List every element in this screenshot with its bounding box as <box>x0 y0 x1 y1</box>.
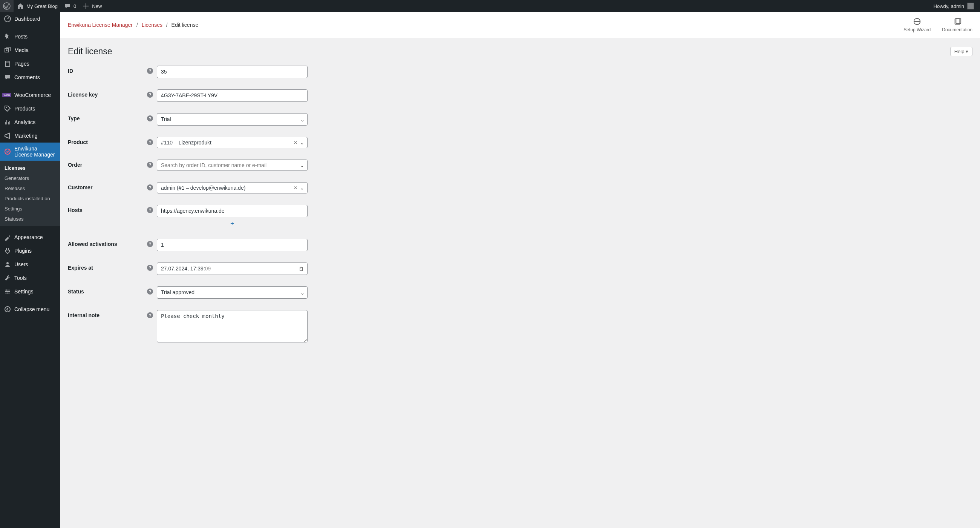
help-icon[interactable]: ? <box>147 241 153 247</box>
add-host-button[interactable]: ＋ <box>229 220 235 226</box>
sidebar-item-products[interactable]: Products <box>0 102 60 115</box>
help-tab-button[interactable]: Help ▾ <box>950 47 972 56</box>
sidebar-item-analytics[interactable]: Analytics <box>0 115 60 129</box>
sidebar-label: Products <box>14 105 35 112</box>
label-hosts: Hosts <box>68 205 147 213</box>
sidebar-item-comments[interactable]: Comments <box>0 70 60 84</box>
label-product: Product <box>68 137 147 145</box>
documentation-label: Documentation <box>942 27 972 32</box>
host-input[interactable] <box>157 205 307 217</box>
wordpress-logo-icon[interactable] <box>0 0 14 12</box>
label-customer: Customer <box>68 182 147 190</box>
documentation-link[interactable]: Documentation <box>942 18 972 32</box>
tools-icon <box>4 274 11 282</box>
setup-wizard-link[interactable]: Setup Wizard <box>904 18 931 32</box>
sidebar-item-pages[interactable]: Pages <box>0 57 60 70</box>
sidebar-item-woocommerce[interactable]: woo WooCommerce <box>0 88 60 102</box>
edit-license-form: ID ? License key ? Type ? <box>68 65 445 344</box>
sidebar-label: Comments <box>14 74 40 80</box>
sidebar-label: Enwikuna License Manager <box>14 145 57 158</box>
help-icon[interactable]: ? <box>147 139 153 145</box>
page-title: Edit license <box>68 46 112 57</box>
label-allowed-activations: Allowed activations <box>68 239 147 247</box>
clear-icon[interactable]: ✕ <box>294 140 298 145</box>
users-icon <box>4 261 11 268</box>
sidebar-label: Tools <box>14 275 27 281</box>
collapse-icon <box>4 305 11 313</box>
sidebar-item-media[interactable]: Media <box>0 43 60 57</box>
svg-point-8 <box>7 293 8 294</box>
woocommerce-icon: woo <box>4 91 11 99</box>
id-input[interactable] <box>157 65 307 78</box>
media-icon <box>4 46 11 54</box>
breadcrumb-link-licenses[interactable]: Licenses <box>142 22 162 28</box>
help-icon[interactable]: ? <box>147 265 153 271</box>
sidebar-item-dashboard[interactable]: Dashboard <box>0 12 60 26</box>
help-icon[interactable]: ? <box>147 162 153 168</box>
submenu-item-products-installed-on[interactable]: Products installed on <box>0 193 60 204</box>
help-icon[interactable]: ? <box>147 92 153 98</box>
account-link[interactable]: Howdy, admin <box>931 0 977 12</box>
license-key-input[interactable] <box>157 89 307 102</box>
breadcrumb: Enwikuna License Manager / Licenses / Ed… <box>68 22 198 28</box>
sidebar-label: WooCommerce <box>14 92 51 98</box>
comment-icon <box>64 2 71 10</box>
status-select[interactable]: Trial approved <box>157 286 307 299</box>
svg-point-7 <box>8 291 10 292</box>
help-icon[interactable]: ? <box>147 312 153 318</box>
svg-point-2 <box>6 49 8 51</box>
submenu-item-releases[interactable]: Releases <box>0 183 60 193</box>
help-icon[interactable]: ? <box>147 115 153 121</box>
internal-note-textarea[interactable]: Please check monthly <box>157 310 307 343</box>
sidebar-item-users[interactable]: Users <box>0 258 60 271</box>
help-icon[interactable]: ? <box>147 289 153 295</box>
submenu-item-settings[interactable]: Settings <box>0 204 60 214</box>
customer-selected-value: admin (#1 – develop@enwikuna.de) <box>161 185 245 191</box>
avatar <box>967 3 974 10</box>
type-select[interactable]: Trial <box>157 113 307 126</box>
sidebar-label: Marketing <box>14 133 37 139</box>
submenu-item-licenses[interactable]: Licenses <box>0 163 60 173</box>
order-select[interactable]: Search by order ID, customer name or e-m… <box>157 160 307 171</box>
site-name-label: My Great Blog <box>26 3 58 9</box>
site-name-link[interactable]: My Great Blog <box>14 0 61 12</box>
appearance-icon <box>4 233 11 241</box>
products-icon <box>4 105 11 112</box>
new-content-link[interactable]: New <box>79 0 105 12</box>
product-select[interactable]: #110 – Lizenzprodukt ✕ ⌄ <box>157 137 307 148</box>
admin-sidebar: Dashboard Posts Media Pages Comments woo… <box>0 12 60 528</box>
sidebar-label: Plugins <box>14 248 32 254</box>
sidebar-label: Appearance <box>14 234 43 240</box>
customer-select[interactable]: admin (#1 – develop@enwikuna.de) ✕ ⌄ <box>157 182 307 193</box>
allowed-activations-input[interactable] <box>157 239 307 251</box>
home-icon <box>17 2 24 10</box>
collapse-menu-button[interactable]: Collapse menu <box>0 303 60 316</box>
help-icon[interactable]: ? <box>147 68 153 74</box>
marketing-icon <box>4 132 11 140</box>
sidebar-label: Pages <box>14 61 29 67</box>
sidebar-item-plugins[interactable]: Plugins <box>0 244 60 258</box>
sidebar-item-marketing[interactable]: Marketing <box>0 129 60 142</box>
sidebar-item-license-manager[interactable]: Enwikuna License Manager <box>0 142 60 161</box>
sidebar-item-settings[interactable]: Settings <box>0 285 60 298</box>
help-icon[interactable]: ? <box>147 184 153 190</box>
submenu-item-statuses[interactable]: Statuses <box>0 214 60 224</box>
breadcrumb-link-plugin[interactable]: Enwikuna License Manager <box>68 22 133 28</box>
sidebar-label: Analytics <box>14 119 35 125</box>
sidebar-item-tools[interactable]: Tools <box>0 271 60 285</box>
svg-point-5 <box>6 262 9 264</box>
sidebar-item-posts[interactable]: Posts <box>0 30 60 43</box>
sidebar-item-appearance[interactable]: Appearance <box>0 230 60 244</box>
chevron-down-icon: ⌄ <box>300 163 304 168</box>
label-status: Status <box>68 286 147 295</box>
sidebar-label: Collapse menu <box>14 306 49 312</box>
comments-link[interactable]: 0 <box>61 0 79 12</box>
label-order: Order <box>68 160 147 168</box>
plus-icon <box>82 2 90 10</box>
label-expires-at: Expires at <box>68 263 147 271</box>
help-icon[interactable]: ? <box>147 207 153 213</box>
expires-at-input[interactable]: 27.07.2024, 17:39:09 <box>157 263 307 275</box>
clear-icon[interactable]: ✕ <box>294 185 298 190</box>
breadcrumb-sep: / <box>134 22 140 28</box>
submenu-item-generators[interactable]: Generators <box>0 173 60 183</box>
